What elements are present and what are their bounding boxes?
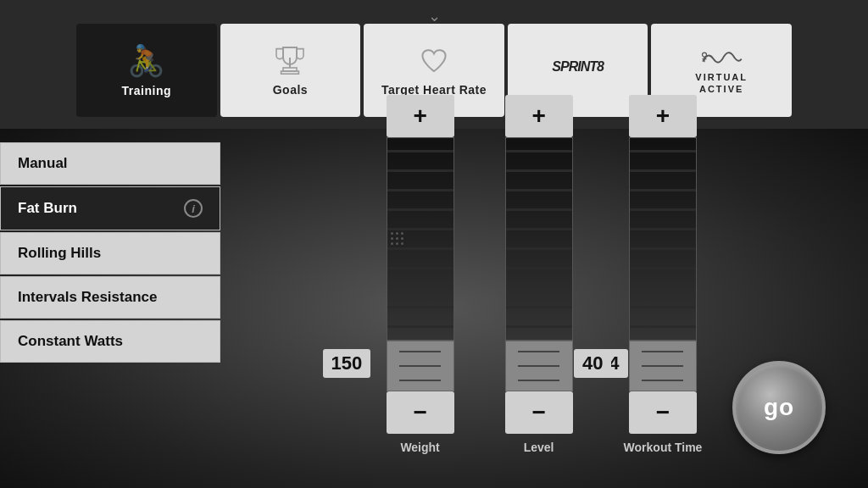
sidebar-item-watts-label: Constant Watts bbox=[18, 333, 123, 350]
tab-training-label: Training bbox=[122, 84, 171, 97]
go-button-area: go bbox=[732, 361, 826, 454]
info-icon[interactable]: i bbox=[184, 199, 203, 218]
weight-minus-button[interactable]: − bbox=[387, 391, 454, 434]
level-slider-unit: + 4 bbox=[505, 95, 573, 454]
weight-slider-container: + bbox=[387, 95, 454, 434]
sidebar-item-intervals[interactable]: Intervals Resistance bbox=[0, 276, 220, 319]
workouttime-plus-button[interactable]: + bbox=[629, 95, 697, 137]
weight-slider-thumb[interactable] bbox=[387, 341, 454, 391]
weight-slider-unit: + bbox=[387, 95, 454, 454]
sidebar-item-rollinghills[interactable]: Rolling Hills bbox=[0, 232, 220, 274]
chevron-down-icon[interactable]: ⌄ bbox=[428, 7, 441, 25]
sidebar-item-manual-label: Manual bbox=[18, 155, 68, 172]
workouttime-value-display: 40 bbox=[574, 349, 611, 378]
sidebar-item-fatburn-label: Fat Burn bbox=[18, 200, 77, 217]
workouttime-slider-unit: + 40 bbox=[624, 95, 703, 454]
tab-goals-label: Goals bbox=[273, 83, 308, 97]
trophy-icon bbox=[273, 44, 307, 78]
weight-slider-track bbox=[387, 137, 454, 341]
tab-training[interactable]: 🚴 Training bbox=[76, 24, 217, 117]
level-plus-button[interactable]: + bbox=[505, 95, 573, 137]
tab-goals[interactable]: Goals bbox=[220, 24, 361, 117]
sidebar: Manual Fat Burn i Rolling Hills Interval… bbox=[0, 129, 220, 488]
sidebar-item-fatburn[interactable]: Fat Burn i bbox=[0, 186, 220, 230]
sprint-logo: SPRINT8 bbox=[552, 59, 604, 82]
weight-value-display: 150 bbox=[323, 349, 371, 378]
level-slider-thumb[interactable] bbox=[505, 341, 573, 391]
workouttime-slider-track bbox=[629, 137, 697, 341]
workouttime-minus-button[interactable]: − bbox=[629, 391, 697, 434]
svg-rect-2 bbox=[281, 71, 299, 74]
go-button[interactable]: go bbox=[732, 361, 826, 454]
level-label: Level bbox=[524, 441, 554, 454]
workouttime-label: Workout Time bbox=[624, 441, 703, 454]
svg-point-3 bbox=[703, 53, 707, 57]
weight-label: Weight bbox=[400, 441, 439, 454]
workouttime-slider-thumb[interactable] bbox=[629, 341, 697, 391]
training-icon: 🚴 bbox=[127, 43, 165, 79]
sidebar-item-watts[interactable]: Constant Watts bbox=[0, 320, 220, 363]
level-slider-track bbox=[505, 137, 573, 341]
virtual-wave-icon bbox=[700, 46, 743, 69]
level-minus-button[interactable]: − bbox=[505, 391, 573, 434]
workouttime-slider-container: + 40 bbox=[629, 95, 697, 434]
virtual-active-logo: VIRTUAL ACTIVE bbox=[695, 46, 748, 96]
sidebar-item-manual[interactable]: Manual bbox=[0, 142, 220, 185]
weight-plus-button[interactable]: + bbox=[387, 95, 454, 137]
level-slider-container: + 4 bbox=[505, 95, 573, 434]
heart-icon bbox=[417, 44, 451, 78]
sidebar-item-rollinghills-label: Rolling Hills bbox=[18, 245, 101, 262]
sidebar-item-intervals-label: Intervals Resistance bbox=[18, 289, 157, 306]
